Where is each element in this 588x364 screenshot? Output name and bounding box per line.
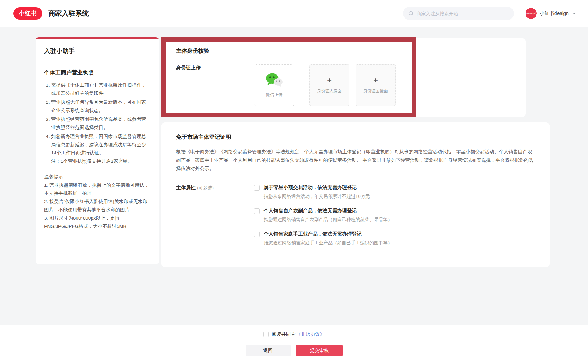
notice-line: 2. 接受含“仅限小红书入驻使用”相关水印或无水印图片，不能使用带有其他平台水印… bbox=[44, 198, 151, 214]
option-label: 属于零星小额交易活动，依法无需办理登记 bbox=[264, 184, 370, 191]
header: 小红书 商家入驻系统 REDesign 小红书design bbox=[0, 0, 588, 27]
option-description: 指您通过网络销售自产农副产品（如自己种植的蔬菜、果品等） bbox=[264, 217, 392, 223]
id-front-upload-button[interactable]: + 身份证人像面 bbox=[309, 64, 349, 106]
plus-icon: + bbox=[373, 76, 378, 84]
identity-verification-card: 主体身份核验 身份证上传 bbox=[161, 38, 526, 117]
option-description: 指您通过网络销售家庭手工业产品（如自己手工编织的围巾等） bbox=[264, 240, 392, 246]
option-row: 属于零星小额交易活动，依法无需办理登记 指您从事网络经营活动，年交易额累计不超过… bbox=[254, 184, 392, 199]
main-content: 入驻小助手 个体工商户营业执照 需提供【个体工商户】营业执照原件扫描件，或加盖公… bbox=[0, 27, 588, 325]
agreement-text: 阅读并同意 bbox=[272, 331, 296, 338]
username: 小红书design bbox=[540, 10, 569, 17]
id-front-label: 身份证人像面 bbox=[317, 88, 342, 94]
list-item: 需提供【个体工商户】营业执照原件扫描件，或加盖公司鲜章的复印件 bbox=[51, 81, 151, 98]
wechat-upload-label: 微信上传 bbox=[266, 92, 283, 98]
onboarding-assistant-panel: 入驻小助手 个体工商户营业执照 需提供【个体工商户】营业执照原件扫描件，或加盖公… bbox=[36, 37, 159, 264]
avatar: REDesign bbox=[526, 8, 537, 19]
attribute-label-text: 主体属性 bbox=[176, 185, 196, 190]
exemption-description: 根据《电子商务法》《网络交易监督管理办法》等法规规定，个人无需办理市场主体登记（… bbox=[176, 147, 535, 173]
identity-section-title: 主体身份核验 bbox=[176, 47, 511, 54]
id-back-label: 身份证国徽面 bbox=[363, 88, 388, 94]
attribute-label: 主体属性(可多选) bbox=[176, 184, 254, 246]
vertical-divider bbox=[302, 69, 302, 101]
back-button[interactable]: 返回 bbox=[246, 345, 291, 356]
plus-icon: + bbox=[327, 76, 332, 84]
list-item: 如您新办理营业执照，因国家市场监督管理总局信息更新延迟，建议在办理成功后等待至少… bbox=[51, 132, 151, 165]
divider bbox=[44, 62, 151, 62]
option-checkbox[interactable] bbox=[254, 185, 260, 191]
shop-agreement-link[interactable]: 《开店协议》 bbox=[296, 331, 325, 338]
option-description: 指您从事网络经营活动，年交易额累计不超过10万元 bbox=[264, 194, 370, 199]
submit-review-button[interactable]: 提交审核 bbox=[296, 345, 343, 356]
notice-title: 温馨提示： bbox=[44, 173, 151, 181]
option-row: 个人销售家庭手工业产品，依法无需办理登记 指您通过网络销售家庭手工业产品（如自己… bbox=[254, 231, 392, 246]
xiaohongshu-logo[interactable]: 小红书 bbox=[13, 7, 42, 20]
option-checkbox[interactable] bbox=[254, 232, 260, 237]
search-box bbox=[403, 7, 514, 20]
license-tips-list: 需提供【个体工商户】营业执照原件扫描件，或加盖公司鲜章的复印件 营业执照无任何异… bbox=[44, 81, 151, 165]
tip-note: 注：1个营业执照仅支持开通2家店铺。 bbox=[51, 157, 151, 165]
license-section-title: 个体工商户营业执照 bbox=[44, 69, 151, 76]
agreement-row: 阅读并同意 《开店协议》 bbox=[263, 331, 325, 338]
notice-block: 温馨提示： 1. 营业执照清晰有效，执照上的文字清晰可辨认，不支持手机截屏、拍屏… bbox=[44, 173, 151, 231]
option-label: 个人销售家庭手工业产品，依法无需办理登记 bbox=[264, 231, 392, 237]
list-item: 营业执照无任何异常且为最新版本，可在国家企业公示系统查询状态。 bbox=[51, 98, 151, 115]
wechat-icon bbox=[265, 72, 284, 88]
wechat-upload-button[interactable]: 微信上传 bbox=[254, 64, 294, 106]
search-input[interactable] bbox=[417, 11, 508, 16]
search-icon bbox=[409, 11, 414, 16]
agreement-checkbox[interactable] bbox=[263, 332, 269, 337]
attribute-options: 属于零星小额交易活动，依法无需办理登记 指您从事网络经营活动，年交易额累计不超过… bbox=[254, 184, 392, 246]
id-upload-label: 身份证上传 bbox=[176, 64, 254, 106]
registration-exemption-card: 免于市场主体登记证明 根据《电子商务法》《网络交易监督管理办法》等法规规定，个人… bbox=[161, 122, 550, 267]
option-checkbox[interactable] bbox=[254, 208, 260, 214]
user-menu[interactable]: REDesign 小红书design bbox=[526, 8, 576, 19]
footer: 阅读并同意 《开店协议》 返回 提交审核 bbox=[0, 325, 588, 364]
option-label: 个人销售自产农副产品，依法无需办理登记 bbox=[264, 208, 392, 214]
exemption-section-title: 免于市场主体登记证明 bbox=[176, 133, 535, 141]
id-upload-area: 微信上传 + 身份证人像面 + 身份证国徽面 bbox=[254, 64, 396, 106]
page-title: 商家入驻系统 bbox=[48, 9, 89, 18]
assistant-title: 入驻小助手 bbox=[44, 47, 151, 55]
option-row: 个人销售自产农副产品，依法无需办理登记 指您通过网络销售自产农副产品（如自己种植… bbox=[254, 208, 392, 223]
avatar-badge-text: REDesign bbox=[525, 12, 537, 15]
notice-line: 3. 图片尺寸为800*800px以上，支持PNG/JPG/JPEG格式，大小不… bbox=[44, 214, 151, 231]
list-item: 营业执照经营范围需包含所选品类，或参考营业执照经营范围选择类目。 bbox=[51, 115, 151, 132]
merchant-onboarding-page: 小红书 商家入驻系统 REDesign 小红书design 入驻小助手 个体工商… bbox=[0, 0, 588, 364]
chevron-down-icon bbox=[572, 12, 576, 15]
attribute-hint: (可多选) bbox=[197, 185, 214, 190]
id-back-upload-button[interactable]: + 身份证国徽面 bbox=[356, 64, 396, 106]
notice-line: 1. 营业执照清晰有效，执照上的文字清晰可辨认，不支持手机截屏、拍屏 bbox=[44, 181, 151, 198]
